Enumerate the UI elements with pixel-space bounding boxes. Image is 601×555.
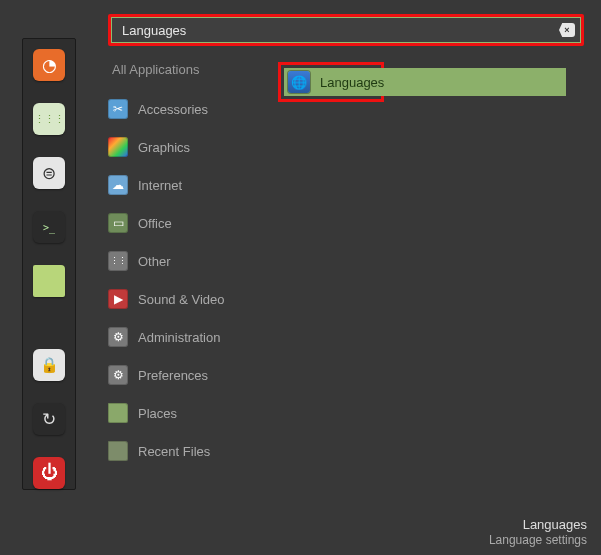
result-highlight: 🌐 Languages (278, 62, 384, 102)
taskbar: ◔ ⋮⋮⋮ ⊜ >_ 🔒 ↻ ⏻ (22, 38, 76, 490)
recent-folder-icon (108, 441, 128, 461)
apps-icon[interactable]: ⋮⋮⋮ (33, 103, 65, 135)
document-icon: ▭ (108, 213, 128, 233)
refresh-icon[interactable]: ↻ (33, 403, 65, 435)
scissors-icon: ✂ (108, 99, 128, 119)
preferences-icon: ⚙ (108, 365, 128, 385)
category-recent-files[interactable]: Recent Files (108, 441, 258, 461)
category-label: Sound & Video (138, 292, 225, 307)
play-icon: ▶ (108, 289, 128, 309)
footer-title: Languages (489, 517, 587, 534)
footer-subtitle: Language settings (489, 533, 587, 549)
cloud-icon: ☁ (108, 175, 128, 195)
category-administration[interactable]: ⚙ Administration (108, 327, 258, 347)
category-label: Office (138, 216, 172, 231)
folder-icon (108, 403, 128, 423)
result-label: Languages (320, 75, 384, 90)
category-preferences[interactable]: ⚙ Preferences (108, 365, 258, 385)
status-footer: Languages Language settings (489, 517, 587, 549)
category-label: Recent Files (138, 444, 210, 459)
result-languages[interactable]: 🌐 Languages (284, 68, 566, 96)
category-other[interactable]: ⋮⋮ Other (108, 251, 258, 271)
category-label: Places (138, 406, 177, 421)
globe-icon: 🌐 (288, 71, 310, 93)
category-sound-video[interactable]: ▶ Sound & Video (108, 289, 258, 309)
category-label: Other (138, 254, 171, 269)
category-label: Accessories (138, 102, 208, 117)
category-label: Internet (138, 178, 182, 193)
palette-icon (108, 137, 128, 157)
firefox-icon[interactable]: ◔ (33, 49, 65, 81)
grid-icon: ⋮⋮ (108, 251, 128, 271)
search-input[interactable] (111, 17, 581, 43)
files-icon[interactable] (33, 265, 65, 297)
terminal-icon[interactable]: >_ (33, 211, 65, 243)
category-internet[interactable]: ☁ Internet (108, 175, 258, 195)
category-places[interactable]: Places (108, 403, 258, 423)
category-label: Administration (138, 330, 220, 345)
category-label: Graphics (138, 140, 190, 155)
category-list: All Applications ✂ Accessories Graphics … (108, 62, 258, 461)
gear-icon: ⚙ (108, 327, 128, 347)
category-accessories[interactable]: ✂ Accessories (108, 99, 258, 119)
lock-icon[interactable]: 🔒 (33, 349, 65, 381)
category-all-applications[interactable]: All Applications (108, 62, 258, 77)
category-graphics[interactable]: Graphics (108, 137, 258, 157)
application-menu: × All Applications ✂ Accessories Graphic… (108, 14, 588, 461)
clear-search-icon[interactable]: × (559, 23, 575, 37)
category-label: Preferences (138, 368, 208, 383)
category-office[interactable]: ▭ Office (108, 213, 258, 233)
power-icon[interactable]: ⏻ (33, 457, 65, 489)
search-highlight: × (108, 14, 584, 46)
results-pane: 🌐 Languages (278, 62, 588, 461)
settings-icon[interactable]: ⊜ (33, 157, 65, 189)
